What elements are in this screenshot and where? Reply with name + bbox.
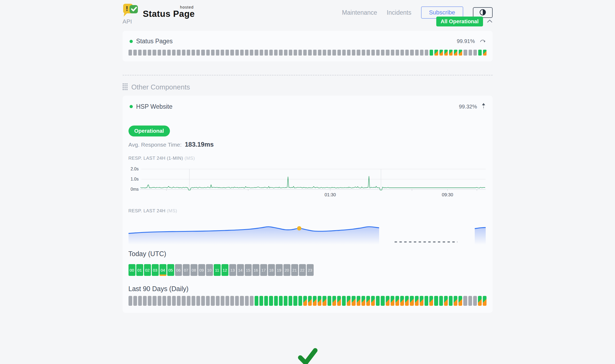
uptime-bar [211,50,215,56]
uptime-bar [235,50,239,56]
uptime-bar [192,50,195,56]
today-utc-heading: Today (UTC) [129,250,487,258]
chart1-unit: (MS) [185,156,195,161]
arrow-up-icon[interactable] [481,103,486,111]
uptime-bar [381,50,384,56]
uptime-bar [284,296,287,306]
uptime-bar [391,50,394,56]
uptime-bar [395,296,399,306]
uptime-bar [420,50,423,56]
uptime-bar [201,296,205,306]
uptime-bar [425,50,428,56]
hour-box-10: 10 [206,264,213,276]
uptime-bar [148,50,151,56]
curved-arrow-icon[interactable] [479,38,486,45]
uptime-bar [279,296,283,306]
uptime-bar [187,50,190,56]
hour-box-21: 21 [291,264,298,276]
uptime-bar [235,296,239,306]
uptime-bar [201,50,205,56]
chart2-unit: (MS) [167,208,177,213]
uptime-bar [342,50,346,56]
logo[interactable]: ! hosted Status Page [123,3,195,20]
uptime-bar [172,296,176,306]
uptime-bar [434,50,438,56]
incidents-section: No recent incidents To view all past inc… [123,347,493,364]
uptime-bar [347,50,351,56]
hour-box-17: 17 [260,264,267,276]
hour-box-19: 19 [276,264,283,276]
response-time-line-chart: 2.0s1.0s0ms01:3009:30 [129,164,487,201]
uptime-bar [425,296,428,306]
uptime-bar [328,296,331,306]
brand-text: hosted Status Page [143,5,195,18]
uptime-bar [439,50,443,56]
component-name: Status Pages [136,38,173,45]
uptime-bar [196,296,200,306]
uptime-bar [483,50,486,56]
uptime-bar [245,50,248,56]
avg-response-value: 183.19ms [185,141,214,148]
chevron-up-icon[interactable] [487,19,493,24]
uptime-bar [454,296,457,306]
uptime-bar [318,50,321,56]
uptime-bar [153,296,156,306]
uptime-bar [289,296,292,306]
uptime-bar [323,50,326,56]
uptime-bar [405,296,409,306]
uptime-bar [221,296,224,306]
uptime-bar [240,50,244,56]
hour-box-15: 15 [245,264,252,276]
nav-maintenance[interactable]: Maintenance [342,9,377,16]
uptime-bar [260,50,263,56]
uptime-bar [415,50,419,56]
uptime-bar [269,296,273,306]
uptime-percent: 99.32% [459,104,477,110]
uptime-bar [313,296,317,306]
uptime-bar [342,296,346,306]
uptime-bar [148,296,151,306]
uptime-bar [167,296,171,306]
uptime-bar [221,50,224,56]
svg-text:09:30: 09:30 [442,192,453,197]
daily-uptime-bars [129,296,487,306]
uptime-bar [420,296,423,306]
uptime-bar [454,50,457,56]
all-operational-badge[interactable]: All Operational [436,17,483,26]
uptime-bar [376,50,380,56]
uptime-bar [187,296,190,306]
uptime-bar [250,296,254,306]
status-dot [130,105,133,108]
uptime-bar [225,296,229,306]
component-row-status-pages: Status Pages 99.91% [123,31,493,48]
uptime-bar [405,50,409,56]
uptime-bar [434,296,438,306]
hour-box-05: 05 [167,264,174,276]
hour-box-09: 09 [198,264,205,276]
uptime-bar [313,50,317,56]
uptime-bar [162,296,166,306]
uptime-bar [298,50,302,56]
api-uptime-bars [123,48,493,61]
section-title-api: API [123,18,132,25]
operational-pill: Operational [129,126,170,136]
uptime-bar [469,50,472,56]
hour-box-22: 22 [299,264,306,276]
uptime-bar [138,296,142,306]
check-icon [297,362,318,364]
uptime-bar [230,296,234,306]
uptime-bar [449,296,453,306]
chart2-label: RESP. LAST 24H (MS) [129,208,487,214]
hour-box-20: 20 [283,264,290,276]
uptime-bar [172,50,176,56]
uptime-bar [362,50,365,56]
uptime-bar [133,50,137,56]
hour-box-18: 18 [268,264,275,276]
uptime-bar [269,50,273,56]
uptime-bar [318,296,321,306]
nav-incidents[interactable]: Incidents [387,9,411,16]
uptime-bar [293,296,297,306]
uptime-bar [274,296,278,306]
uptime-bar [182,296,185,306]
uptime-bar [162,50,166,56]
